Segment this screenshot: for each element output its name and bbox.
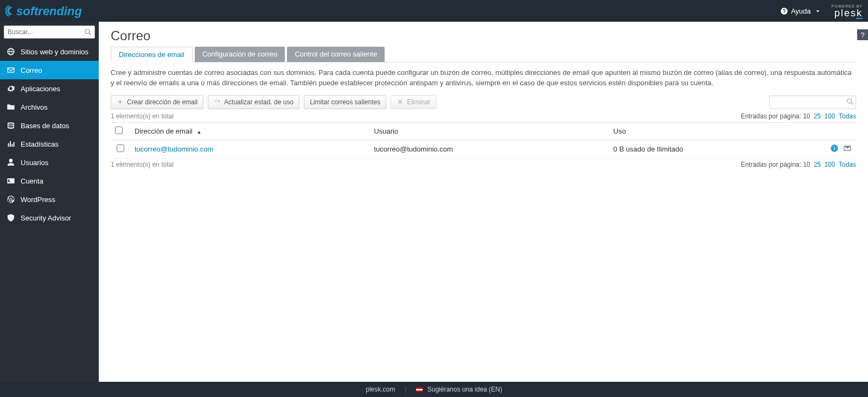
paging-option[interactable]: Todas — [839, 161, 856, 168]
content-area: ? Correo Direcciones de emailConfiguraci… — [99, 22, 868, 382]
search-input[interactable] — [4, 26, 95, 39]
user-cell: tucorreo@tudominio.com — [369, 140, 609, 158]
sidebar: Sitios web y dominios Correo Aplicacione… — [0, 22, 99, 382]
delete-button[interactable]: Eliminar — [391, 95, 436, 109]
sidebar-item-cuenta[interactable]: Cuenta — [0, 172, 99, 190]
topbar: softrending Ayuda POWERED BY plesk — [0, 0, 868, 22]
sidebar-item-bases-de-datos[interactable]: Bases de datos — [0, 116, 99, 135]
sidebar-item-label: WordPress — [21, 196, 55, 204]
x-icon — [397, 98, 404, 105]
sort-asc-icon: ▲ — [197, 129, 202, 135]
sidebar-item-sitios-web-y-dominios[interactable]: Sitios web y dominios — [0, 42, 99, 61]
brand-text: softrending — [16, 4, 82, 18]
sidebar-search — [4, 26, 95, 39]
paging-top: Entradas por página: 10 25 100 Todas — [741, 112, 856, 120]
globe-icon — [7, 47, 15, 56]
flag-icon — [416, 387, 423, 392]
tab-configuraci-n-de-correo[interactable]: Configuración de correo — [195, 47, 285, 62]
user-icon — [7, 158, 15, 167]
sidebar-item-usuarios[interactable]: Usuarios — [0, 153, 99, 172]
card-icon — [7, 177, 15, 185]
search-icon[interactable] — [83, 27, 93, 37]
create-email-button[interactable]: Crear dirección de email — [111, 95, 203, 109]
footer: plesk.com | Sugiéranos una idea (EN) — [0, 382, 868, 397]
sidebar-item-archivos[interactable]: Archivos — [0, 98, 99, 116]
total-count-top: 1 elemento(s) en total — [111, 112, 174, 120]
paging-option[interactable]: 100 — [825, 112, 835, 120]
page-description: Cree y administre cuentas de correo asoc… — [111, 68, 856, 89]
paging-option[interactable]: 25 — [814, 161, 821, 168]
sidebar-item-security-advisor[interactable]: Security Advisor — [0, 209, 99, 227]
help-menu[interactable]: Ayuda — [780, 7, 822, 15]
tab-control-del-correo-saliente[interactable]: Control del correo saliente — [287, 47, 385, 62]
sidebar-item-label: Aplicaciones — [21, 85, 60, 93]
sidebar-item-wordpress[interactable]: WordPress — [0, 190, 99, 209]
row-checkbox[interactable] — [117, 144, 124, 152]
chevron-down-icon — [814, 7, 822, 15]
email-link[interactable]: tucorreo@tudominio.com — [135, 145, 213, 153]
paging-option[interactable]: 100 — [825, 161, 835, 168]
info-icon[interactable] — [830, 144, 839, 153]
context-help-button[interactable]: ? — [857, 29, 868, 40]
refresh-usage-button[interactable]: Actualizar estad. de uso — [208, 95, 299, 109]
list-search-input[interactable] — [769, 96, 856, 109]
col-email-header[interactable]: Dirección de email ▲ — [130, 122, 369, 140]
col-usage-header[interactable]: Uso — [609, 122, 824, 140]
email-table: Dirección de email ▲ Usuario Uso tucorre… — [111, 122, 856, 159]
paging-bottom: Entradas por página: 10 25 100 Todas — [741, 161, 856, 168]
limit-outgoing-button[interactable]: Limitar correos salientes — [304, 95, 386, 109]
tabs: Direcciones de emailConfiguración de cor… — [111, 47, 856, 62]
plus-icon — [117, 98, 124, 105]
search-icon[interactable] — [846, 98, 854, 107]
sidebar-item-label: Cuenta — [21, 177, 43, 185]
page-title: Correo — [111, 28, 856, 43]
powered-by-plesk[interactable]: POWERED BY plesk — [832, 4, 863, 18]
folder-icon — [7, 103, 15, 111]
sidebar-item-label: Correo — [21, 66, 42, 74]
toolbar: Crear dirección de email Actualizar esta… — [111, 95, 437, 109]
col-user-header[interactable]: Usuario — [369, 122, 609, 140]
paging-option[interactable]: Todas — [839, 112, 856, 120]
brand-logo[interactable]: softrending — [0, 2, 98, 20]
footer-plesk-link[interactable]: plesk.com — [366, 386, 395, 393]
sidebar-item-estad-sticas[interactable]: Estadísticas — [0, 135, 99, 153]
paging-option[interactable]: 25 — [814, 112, 821, 120]
total-count-bottom: 1 elemento(s) en total — [111, 161, 174, 168]
sidebar-item-aplicaciones[interactable]: Aplicaciones — [0, 79, 99, 98]
sidebar-item-label: Sitios web y dominios — [21, 48, 88, 56]
help-label: Ayuda — [791, 7, 811, 15]
webmail-icon[interactable] — [843, 144, 852, 153]
wordpress-icon — [7, 195, 15, 204]
question-icon — [780, 7, 788, 15]
stats-icon — [7, 140, 15, 148]
list-search — [769, 96, 856, 109]
sidebar-item-label: Bases de datos — [21, 122, 69, 130]
refresh-icon — [214, 98, 221, 105]
sidebar-item-label: Estadísticas — [21, 140, 59, 148]
paging-option-current: 10 — [803, 161, 810, 168]
usage-cell: 0 B usado de Ilimitado — [609, 140, 824, 158]
gear-icon — [7, 84, 15, 93]
database-icon — [7, 121, 15, 130]
sidebar-item-label: Archivos — [21, 103, 48, 111]
footer-suggest-link[interactable]: Sugiéranos una idea (EN) — [416, 386, 502, 393]
table-row: tucorreo@tudominio.com tucorreo@tudomini… — [111, 140, 856, 158]
sidebar-item-label: Security Advisor — [21, 214, 71, 222]
sidebar-item-correo[interactable]: Correo — [0, 61, 99, 79]
sidebar-item-label: Usuarios — [21, 159, 48, 167]
paging-option-current: 10 — [803, 112, 810, 120]
mail-icon — [7, 66, 15, 74]
select-all-checkbox[interactable] — [115, 127, 123, 134]
shield-icon — [7, 213, 15, 222]
tab-direcciones-de-email[interactable]: Direcciones de email — [111, 47, 193, 62]
